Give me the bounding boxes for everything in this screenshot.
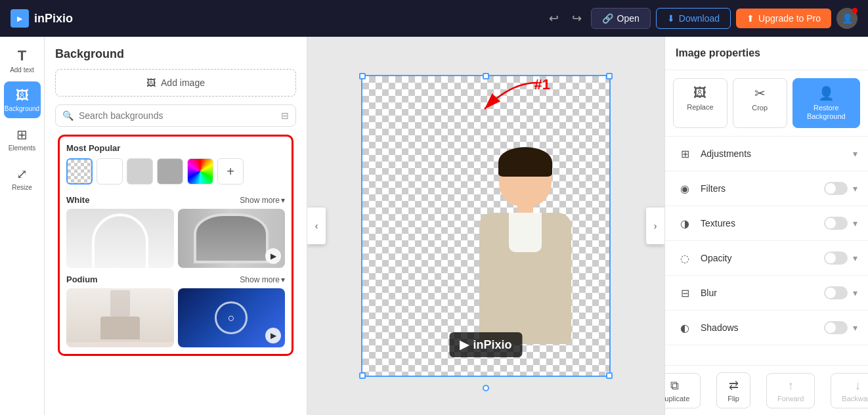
right-panel-title: Image properties bbox=[665, 37, 868, 70]
forward-icon: ↑ bbox=[788, 379, 794, 393]
opacity-toggle[interactable] bbox=[824, 251, 848, 265]
white-bg-thumb-2[interactable]: ▶ bbox=[178, 209, 286, 268]
shadows-toggle[interactable] bbox=[824, 321, 848, 334]
download-button[interactable]: ⬇ Download bbox=[656, 8, 731, 29]
handle-top-mid[interactable] bbox=[483, 73, 489, 79]
redo-button[interactable]: ↪ bbox=[568, 7, 586, 30]
canvas-nav-left[interactable]: ‹ bbox=[307, 207, 326, 244]
app-logo: ▶ inPixio bbox=[11, 9, 73, 28]
restore-bg-icon: 👤 bbox=[818, 85, 835, 101]
user-avatar-button[interactable]: 👤 bbox=[836, 8, 857, 29]
chevron-down-icon: ▾ bbox=[281, 275, 285, 284]
crop-icon: ✂ bbox=[754, 85, 766, 101]
podium-section-title: Podium bbox=[66, 274, 98, 284]
backward-icon: ↓ bbox=[855, 379, 861, 393]
elements-icon: ⊞ bbox=[16, 127, 28, 142]
filters-toggle[interactable] bbox=[824, 182, 848, 195]
podium-bg-thumb-1[interactable] bbox=[66, 288, 174, 347]
white-show-more[interactable]: Show more ▾ bbox=[240, 196, 285, 205]
replace-icon: 🖼 bbox=[693, 85, 706, 100]
forward-button[interactable]: ↑ Forward bbox=[766, 373, 815, 408]
header: ▶ inPixio ↩ ↪ 🔗 Open ⬇ Download ⬆ Upgrad… bbox=[0, 0, 868, 37]
main-area: T Add text 🖼 Background ⊞ Elements ⤢ Res… bbox=[0, 37, 868, 415]
toolbar-item-label: Elements bbox=[9, 144, 36, 152]
watermark-icon: ▶ bbox=[460, 338, 469, 352]
opacity-label: Opacity bbox=[701, 253, 824, 263]
most-popular-label: Most Popular bbox=[66, 143, 285, 153]
swatch-transparent[interactable] bbox=[66, 158, 93, 185]
shadows-row[interactable]: ◐ Shadows ▾ bbox=[665, 311, 868, 345]
crop-button[interactable]: ✂ Crop bbox=[733, 78, 787, 128]
podium-thumb-arrow[interactable]: ▶ bbox=[265, 328, 281, 343]
bottom-toolbar: ⧉ Duplicate ⇄ Flip ↑ Forward ↓ Backward bbox=[665, 365, 868, 415]
opacity-chevron: ▾ bbox=[853, 253, 857, 263]
blur-toggle[interactable] bbox=[824, 286, 848, 299]
podium-bg-thumb-2[interactable]: ○ ▶ bbox=[178, 288, 286, 347]
popular-section-container: Most Popular + White Sh bbox=[58, 135, 293, 356]
adjustments-label: Adjustments bbox=[701, 148, 853, 159]
swatch-white[interactable] bbox=[97, 158, 123, 185]
white-thumb-arrow[interactable]: ▶ bbox=[265, 248, 281, 264]
right-panel: Image properties 🖼 Replace ✂ Crop 👤 Rest… bbox=[664, 37, 868, 415]
blur-icon: ⊟ bbox=[676, 284, 694, 302]
filters-label: Filters bbox=[701, 183, 824, 194]
flip-icon: ⇄ bbox=[729, 378, 739, 393]
duplicate-icon: ⧉ bbox=[670, 379, 679, 393]
filters-row[interactable]: ◉ Filters ▾ bbox=[665, 171, 868, 206]
shadows-label: Shadows bbox=[701, 322, 824, 333]
left-toolbar: T Add text 🖼 Background ⊞ Elements ⤢ Res… bbox=[0, 37, 45, 415]
replace-button[interactable]: 🖼 Replace bbox=[673, 78, 727, 128]
logo-icon: ▶ bbox=[11, 9, 29, 28]
opacity-row[interactable]: ◌ Opacity ▾ bbox=[665, 241, 868, 276]
header-actions: ↩ ↪ 🔗 Open ⬇ Download ⬆ Upgrade to Pro 👤 bbox=[545, 7, 857, 30]
circle-logo: ○ bbox=[215, 301, 248, 334]
textures-chevron: ▾ bbox=[853, 218, 857, 229]
watermark-text: inPixio bbox=[473, 338, 511, 352]
open-icon: 🔗 bbox=[602, 13, 613, 24]
upgrade-icon: ⬆ bbox=[747, 13, 754, 24]
podium-show-more[interactable]: Show more ▾ bbox=[240, 275, 285, 284]
swatch-gray2[interactable] bbox=[157, 158, 183, 185]
search-input[interactable] bbox=[79, 110, 276, 121]
filter-icon[interactable]: ⊟ bbox=[281, 110, 289, 121]
toolbar-item-background[interactable]: 🖼 Background bbox=[4, 81, 41, 118]
toolbar-item-elements[interactable]: ⊞ Elements bbox=[4, 121, 41, 158]
podium-section-header: Podium Show more ▾ bbox=[66, 274, 285, 284]
add-image-button[interactable]: 🖼 Add image bbox=[55, 69, 296, 97]
download-icon: ⬇ bbox=[667, 13, 675, 24]
color-swatches: + bbox=[66, 158, 285, 185]
search-icon: 🔍 bbox=[62, 110, 74, 121]
toolbar-item-label: Resize bbox=[12, 184, 32, 191]
canvas-area: ‹ bbox=[307, 37, 664, 415]
blur-row[interactable]: ⊟ Blur ▾ bbox=[665, 276, 868, 311]
handle-bottom-left[interactable] bbox=[359, 372, 366, 379]
handle-bottom-right[interactable] bbox=[606, 372, 613, 379]
textures-toggle[interactable] bbox=[824, 217, 848, 230]
upgrade-button[interactable]: ⬆ Upgrade to Pro bbox=[736, 9, 831, 28]
adjustments-row[interactable]: ⊞ Adjustments ▾ bbox=[665, 137, 868, 171]
open-button[interactable]: 🔗 Open bbox=[591, 8, 651, 29]
undo-button[interactable]: ↩ bbox=[545, 7, 563, 30]
handle-top-left[interactable] bbox=[359, 73, 366, 79]
filters-icon: ◉ bbox=[676, 179, 694, 198]
textures-label: Textures bbox=[701, 218, 824, 229]
swatch-plus[interactable]: + bbox=[217, 158, 244, 185]
white-canvas-1 bbox=[66, 209, 174, 268]
backward-button[interactable]: ↓ Backward bbox=[831, 373, 868, 408]
flip-button[interactable]: ⇄ Flip bbox=[716, 372, 750, 408]
shadows-icon: ◐ bbox=[676, 318, 694, 337]
toolbar-item-add-text[interactable]: T Add text bbox=[4, 42, 41, 79]
toolbar-item-resize[interactable]: ⤢ Resize bbox=[4, 160, 41, 197]
scroll-area: Most Popular + White Sh bbox=[45, 135, 307, 415]
handle-bottom-center[interactable] bbox=[483, 385, 489, 391]
white-section-title: White bbox=[66, 195, 89, 205]
restore-background-button[interactable]: 👤 RestoreBackground bbox=[792, 78, 860, 128]
swatch-gray1[interactable] bbox=[127, 158, 153, 185]
canvas-nav-right[interactable]: › bbox=[646, 207, 664, 244]
handle-top-right[interactable] bbox=[606, 73, 613, 79]
white-bg-thumb-1[interactable] bbox=[66, 209, 174, 268]
swatch-rainbow[interactable] bbox=[187, 158, 213, 185]
toolbar-item-label: Add text bbox=[10, 66, 34, 74]
canvas-wrapper: ▶ inPixio bbox=[361, 75, 611, 377]
textures-row[interactable]: ◑ Textures ▾ bbox=[665, 206, 868, 241]
